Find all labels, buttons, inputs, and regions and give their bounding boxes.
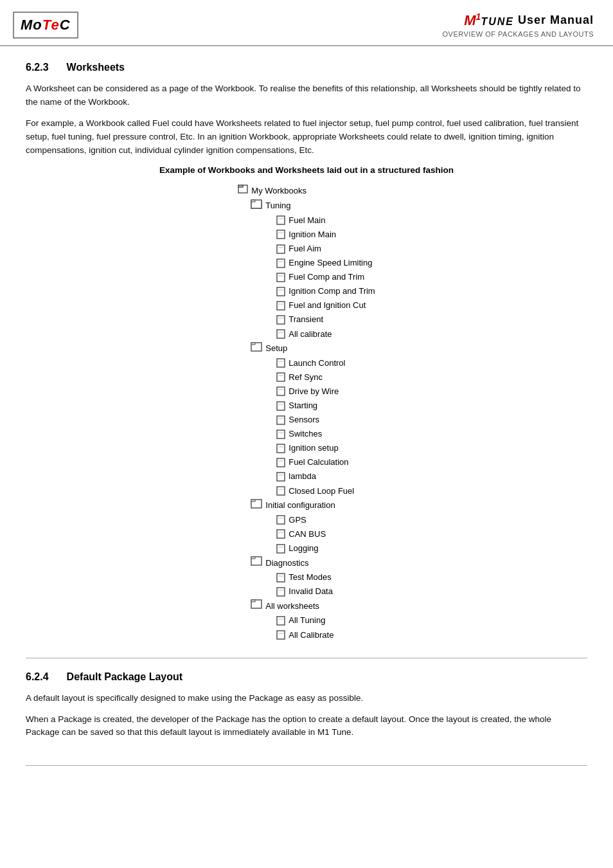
section-divider — [26, 658, 587, 658]
user-manual-label: User Manual — [518, 14, 594, 27]
svg-rect-42 — [277, 473, 285, 481]
svg-rect-47 — [251, 500, 255, 502]
all-worksheets-items: All Tuning All Calibrate — [251, 613, 375, 642]
worksheet-lambda: lambda — [276, 469, 375, 484]
svg-rect-61 — [251, 600, 255, 602]
section-6-2-4-heading: 6.2.4Default Package Layout — [26, 671, 587, 683]
all-worksheets-folder-icon — [251, 599, 262, 613]
page-header: MoTeC M1TUNE User Manual OVERVIEW OF PAC… — [0, 0, 613, 46]
svg-rect-12 — [277, 259, 285, 267]
all-worksheets-workbook-item: All worksheets — [251, 599, 375, 613]
svg-rect-20 — [277, 316, 285, 324]
tuning-workbook: Tuning Fuel Main Ignition Main Fuel Aim — [238, 199, 375, 341]
worksheet-ignition-setup: Ignition setup — [276, 441, 375, 455]
setup-folder-icon — [251, 341, 262, 356]
tuning-workbook-label: Tuning — [265, 199, 290, 213]
worksheet-gps: GPS — [276, 513, 375, 527]
all-worksheets-workbook: All worksheets All Tuning All Calibrate — [238, 599, 375, 642]
tuning-workbook-item: Tuning — [251, 199, 375, 213]
svg-rect-8 — [277, 230, 285, 239]
header-subtitle: OVERVIEW OF PACKAGES AND LAYOUTS — [443, 30, 594, 38]
svg-rect-32 — [277, 402, 285, 410]
svg-rect-58 — [277, 588, 285, 596]
svg-rect-38 — [277, 444, 285, 453]
diagnostics-label: Diagnostics — [265, 556, 308, 570]
worksheet-starting: Starting — [276, 399, 375, 413]
workbook-tree: My Workbooks Tuning — [26, 184, 587, 642]
section-6-2-3-para1: A Worksheet can be considered as a page … — [26, 82, 587, 109]
tree-structure: My Workbooks Tuning — [238, 184, 375, 642]
example-caption: Example of Workbooks and Worksheets laid… — [26, 165, 587, 175]
setup-workbook-item: Setup — [251, 341, 375, 356]
root-page-icon — [238, 184, 248, 199]
worksheet-fuel-aim: Fuel Aim — [276, 242, 375, 256]
worksheet-engine-speed-limiting: Engine Speed Limiting — [276, 256, 375, 270]
svg-rect-44 — [277, 487, 285, 495]
initial-config-workbook: Initial configuration GPS CAN BUS Loggin… — [238, 498, 375, 556]
diagnostics-workbook-item: Diagnostics — [251, 556, 375, 570]
svg-rect-5 — [251, 200, 255, 202]
svg-rect-6 — [277, 216, 285, 224]
worksheet-fuel-calculation: Fuel Calculation — [276, 455, 375, 469]
worksheet-switches: Switches — [276, 427, 375, 441]
worksheet-fuel-main: Fuel Main — [276, 213, 375, 228]
svg-rect-28 — [277, 373, 285, 381]
worksheet-fuel-ignition-cut: Fuel and Ignition Cut — [276, 298, 375, 312]
worksheet-logging: Logging — [276, 541, 375, 556]
section-6-2-3-para2: For example, a Workbook called Fuel coul… — [26, 117, 587, 158]
svg-rect-10 — [277, 245, 285, 253]
setup-workbook: Setup Launch Control Ref Sync Drive by W… — [238, 341, 375, 498]
section-6-2-4-para2: When a Package is created, the developer… — [26, 713, 587, 740]
worksheet-ignition-comp-trim: Ignition Comp and Trim — [276, 284, 375, 298]
worksheet-test-modes: Test Modes — [276, 570, 375, 584]
section-6-2-4-para1: A default layout is specifically designe… — [26, 692, 587, 705]
worksheet-can-bus: CAN BUS — [276, 527, 375, 541]
motec-logo: MoTeC — [13, 12, 78, 39]
initial-config-folder-icon — [251, 498, 262, 513]
bottom-divider — [26, 765, 587, 766]
diagnostics-workbook: Diagnostics Test Modes Invalid Data — [238, 556, 375, 599]
tuning-worksheets: Fuel Main Ignition Main Fuel Aim Engine … — [251, 213, 375, 341]
main-content: 6.2.3Worksheets A Worksheet can be consi… — [0, 46, 613, 779]
svg-rect-18 — [277, 302, 285, 310]
svg-rect-56 — [277, 574, 285, 582]
svg-rect-30 — [277, 387, 285, 395]
initial-config-worksheets: GPS CAN BUS Logging — [251, 513, 375, 556]
worksheet-closed-loop-fuel: Closed Loop Fuel — [276, 484, 375, 498]
svg-rect-36 — [277, 430, 285, 439]
svg-rect-1 — [238, 185, 243, 187]
worksheet-fuel-comp-trim: Fuel Comp and Trim — [276, 270, 375, 284]
header-title-row: M1TUNE User Manual — [443, 12, 594, 29]
svg-rect-50 — [277, 530, 285, 538]
tuning-folder-icon — [251, 199, 262, 213]
svg-rect-22 — [277, 330, 285, 338]
all-worksheets-label: All worksheets — [265, 599, 319, 613]
worksheet-ref-sync: Ref Sync — [276, 370, 375, 384]
diagnostics-worksheets: Test Modes Invalid Data — [251, 570, 375, 599]
svg-rect-48 — [277, 516, 285, 524]
worksheet-launch-control: Launch Control — [276, 356, 375, 370]
section-6-2-3-heading: 6.2.3Worksheets — [26, 62, 587, 73]
setup-workbook-label: Setup — [265, 341, 287, 356]
tree-root-label: My Workbooks — [251, 184, 306, 198]
svg-rect-52 — [277, 545, 285, 553]
worksheet-all-calibrate: All Calibrate — [276, 628, 375, 642]
worksheet-invalid-data: Invalid Data — [276, 584, 375, 599]
svg-rect-34 — [277, 416, 285, 424]
worksheet-all-calibrate-tuning: All calibrate — [276, 327, 375, 341]
svg-rect-25 — [251, 343, 255, 345]
worksheet-sensors: Sensors — [276, 413, 375, 427]
worksheet-transient: Transient — [276, 312, 375, 327]
header-right: M1TUNE User Manual OVERVIEW OF PACKAGES … — [443, 12, 594, 38]
tree-root-item: My Workbooks — [238, 184, 375, 199]
mtune-logo: M1TUNE — [464, 12, 514, 29]
svg-rect-62 — [277, 617, 285, 625]
diagnostics-folder-icon — [251, 556, 262, 570]
svg-rect-40 — [277, 458, 285, 467]
worksheet-all-tuning: All Tuning — [276, 613, 375, 628]
svg-rect-16 — [277, 287, 285, 296]
svg-rect-14 — [277, 273, 285, 282]
svg-rect-64 — [277, 631, 285, 639]
worksheet-ignition-main: Ignition Main — [276, 228, 375, 242]
setup-worksheets: Launch Control Ref Sync Drive by Wire St… — [251, 356, 375, 498]
